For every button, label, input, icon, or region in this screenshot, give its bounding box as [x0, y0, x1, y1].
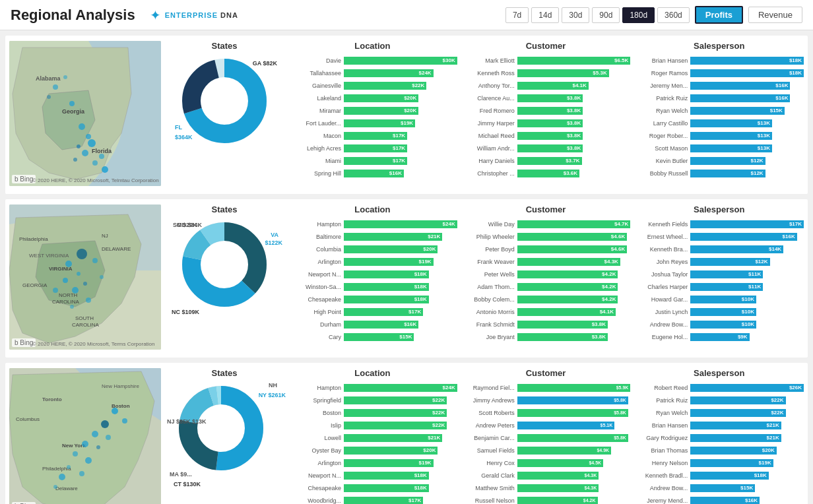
time-btn-14d[interactable]: 14d	[531, 7, 559, 23]
charts-container-2: Location Hampton$24K Baltimore$21K Colum…	[288, 205, 804, 352]
salesperson-panel-1: Salesperson Brian Hansen$18K Roger Ramos…	[634, 41, 804, 189]
sales-row: Joshua Taylor$11K	[634, 268, 804, 280]
states-panel-ne: States NH NJ $85K $13K	[165, 368, 284, 504]
sales-row: Roger Rober...$13K	[634, 130, 804, 141]
states-title-3: States	[211, 368, 237, 378]
logo-text: ENTERPRISE DNA	[165, 11, 238, 19]
salesperson-chart-3: Robert Reed$26K Patrick Ruiz$22K Ryan We…	[634, 382, 804, 504]
sales-row: Eugene Hol...$9K	[634, 331, 804, 342]
sales-row: Patrick Ruiz$16K	[634, 92, 804, 104]
sales-row: Ryan Welch$15K	[634, 105, 804, 116]
donut-svg-3	[175, 382, 267, 474]
cust-row: Bobby Colem...$4.2K	[461, 294, 631, 305]
salesperson-panel-3: Salesperson Robert Reed$26K Patrick Ruiz…	[634, 368, 804, 504]
svg-text:Philadelphia: Philadelphia	[19, 236, 48, 242]
cust-row: Jimmy Andrews$5.8K	[461, 394, 631, 406]
location-title-3: Location	[288, 368, 457, 378]
donut-label-fl-val: $364K	[175, 134, 193, 141]
location-title-1: Location	[288, 41, 457, 51]
cust-row: Samuel Fields$4.9K	[461, 445, 631, 456]
logo-icon: ✦	[150, 7, 161, 23]
profits-button[interactable]: Profits	[695, 6, 743, 24]
loc-row: Columbia$20K	[288, 243, 457, 255]
region-row-mid-atlantic: WEST VIRGINIA VIRGINIA NORTH CAROLINA Ph…	[5, 199, 808, 358]
svg-text:CAROLINA: CAROLINA	[72, 322, 100, 328]
customer-chart-2: Willie Day$4.7K Philip Wheeler$4.6K Pete…	[461, 218, 631, 344]
customer-title-2: Customer	[461, 205, 631, 214]
loc-row: Oyster Bay$20K	[288, 445, 457, 456]
svg-point-35	[77, 272, 81, 276]
svg-point-8	[77, 144, 81, 148]
svg-point-65	[85, 457, 92, 464]
donut-container-2: SC $29K VA $122K MD $34K NC $109K	[178, 218, 271, 321]
svg-point-66	[67, 465, 71, 469]
header: Regional Analysis ✦ ENTERPRISE DNA 7d 14…	[0, 0, 813, 30]
charts-container-1: Location Davie$30K Tallahassee$24K Gaine…	[288, 41, 804, 189]
svg-point-10	[92, 160, 98, 166]
sales-row: Scott Mason$13K	[634, 142, 804, 154]
donut-label-nc: NC $109K	[172, 309, 199, 315]
loc-row: Arlington$19K	[288, 457, 457, 468]
loc-row: Miami$17K	[288, 155, 457, 166]
cust-row: Andrew Peters$5.1K	[461, 420, 631, 431]
loc-row: Baltimore$21K	[288, 231, 457, 242]
svg-point-12	[63, 75, 67, 79]
cust-row: Joe Bryant$3.8K	[461, 331, 631, 342]
donut-label-fl: FL	[175, 124, 182, 131]
donut-svg-1	[178, 55, 271, 147]
svg-point-20	[201, 78, 247, 124]
loc-row: Lehigh Acres$17K	[288, 142, 457, 154]
cust-row: Fred Romero$3.8K	[461, 105, 631, 116]
time-filter-group: 7d 14d 30d 90d 180d 360d Profits Revenue	[505, 6, 802, 24]
svg-text:New Hampshire: New Hampshire	[102, 383, 139, 389]
location-panel-3: Location Hampton$24K Springfield$22K Bos…	[288, 368, 457, 504]
cust-row: Jimmy Harper$3.8K	[461, 117, 631, 129]
customer-chart-3: Raymond Fiel...$5.9K Jimmy Andrews$5.8K …	[461, 382, 631, 504]
region-row-southeast: Alabama Georgia Florida b Bing © 2020 H	[5, 36, 808, 194]
location-panel-2: Location Hampton$24K Baltimore$21K Colum…	[288, 205, 457, 352]
states-panel-southeast: States GA $82K FL $364K	[165, 41, 284, 189]
time-btn-180d[interactable]: 180d	[622, 7, 655, 23]
time-btn-90d[interactable]: 90d	[592, 7, 620, 23]
loc-row: Newport N...$18K	[288, 268, 457, 280]
map-panel-mid-atlantic: WEST VIRGINIA VIRGINIA NORTH CAROLINA Ph…	[9, 205, 161, 350]
svg-text:CAROLINA: CAROLINA	[52, 299, 80, 305]
time-btn-30d[interactable]: 30d	[562, 7, 589, 23]
svg-point-61	[106, 435, 111, 440]
loc-row: Springfield$22K	[288, 394, 457, 406]
loc-row: Gainesville$22K	[288, 80, 457, 91]
svg-point-59	[101, 420, 109, 428]
cust-row: Harry Daniels$3.7K	[461, 155, 631, 166]
revenue-button[interactable]: Revenue	[748, 7, 802, 23]
location-panel-1: Location Davie$30K Tallahassee$24K Gaine…	[288, 41, 457, 189]
cust-row: Antonio Morris$4.1K	[461, 306, 631, 317]
cust-row: Adam Thom...$4.2K	[461, 281, 631, 292]
sales-row: Howard Gar...$10K	[634, 294, 804, 305]
cust-row: Kenneth Ross$5.3K	[461, 67, 631, 79]
svg-point-76	[198, 405, 244, 451]
loc-row: Lowell$21K	[288, 432, 457, 443]
svg-point-64	[73, 451, 78, 457]
sales-row: Brian Thomas$20K	[634, 445, 804, 456]
cust-row: William Andr...$3.8K	[461, 142, 631, 154]
cust-row: Christopher ...$3.6K	[461, 168, 631, 179]
sales-row: Andrew Bow...$15K	[634, 482, 804, 493]
time-btn-360d[interactable]: 360d	[657, 7, 690, 23]
svg-point-41	[86, 298, 91, 303]
map-panel-northeast: Toronto New Hampshire Boston Columbus Ne…	[9, 368, 161, 504]
sales-row: Charles Harper$11K	[634, 281, 804, 292]
cust-row: Frank Weaver$4.3K	[461, 256, 631, 267]
donut-label-nh: NH	[269, 382, 277, 389]
svg-point-15	[102, 166, 108, 173]
svg-text:Alabama: Alabama	[36, 75, 61, 82]
region-row-northeast: Toronto New Hampshire Boston Columbus Ne…	[5, 363, 808, 504]
loc-row: Durham$16K	[288, 319, 457, 330]
page-title: Regional Analysis	[11, 7, 135, 24]
donut-label-ma: MA $9...	[170, 471, 192, 478]
loc-row: Hampton$24K	[288, 218, 457, 230]
cust-row: Mark Elliott$6.5K	[461, 55, 631, 66]
time-btn-7d[interactable]: 7d	[505, 7, 529, 23]
svg-point-69	[53, 485, 57, 489]
donut-label-va-val: $122K	[265, 239, 282, 246]
logo: ✦ ENTERPRISE DNA	[150, 7, 238, 23]
